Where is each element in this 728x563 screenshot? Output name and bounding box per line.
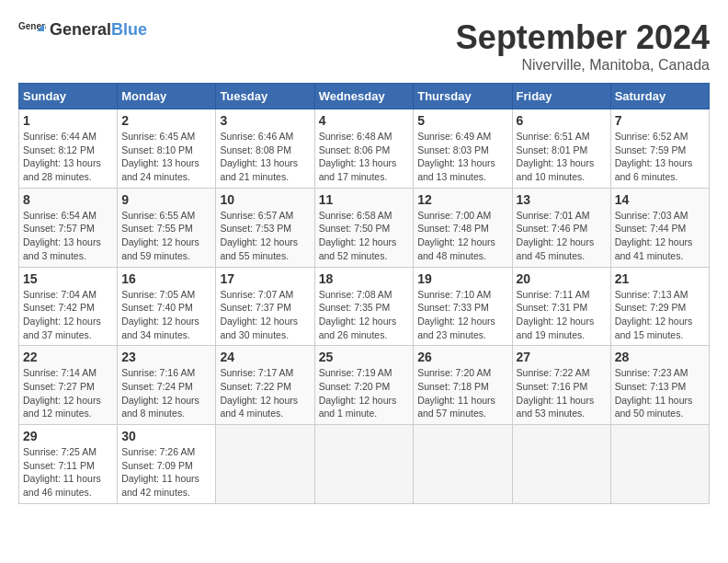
day-info: Sunrise: 7:25 AM Sunset: 7:11 PM Dayligh… xyxy=(23,445,113,500)
day-info: Sunrise: 6:46 AM Sunset: 8:08 PM Dayligh… xyxy=(220,130,310,184)
day-number: 13 xyxy=(517,192,607,207)
col-monday: Monday xyxy=(118,84,216,109)
day-number: 10 xyxy=(220,192,310,207)
day-info: Sunrise: 6:44 AM Sunset: 8:12 PM Dayligh… xyxy=(23,130,113,184)
calendar-cell xyxy=(216,425,314,504)
calendar-cell xyxy=(610,425,709,504)
calendar-cell: 24Sunrise: 7:17 AM Sunset: 7:22 PM Dayli… xyxy=(216,346,314,425)
calendar-cell: 27Sunrise: 7:22 AM Sunset: 7:16 PM Dayli… xyxy=(512,346,610,425)
col-friday: Friday xyxy=(512,84,610,109)
calendar-cell: 7Sunrise: 6:52 AM Sunset: 7:59 PM Daylig… xyxy=(610,109,709,189)
col-tuesday: Tuesday xyxy=(216,84,314,109)
calendar-cell xyxy=(314,425,414,504)
logo-blue: Blue xyxy=(111,20,147,39)
day-info: Sunrise: 7:17 AM Sunset: 7:22 PM Dayligh… xyxy=(220,366,310,420)
day-number: 8 xyxy=(23,192,113,207)
calendar-cell: 28Sunrise: 7:23 AM Sunset: 7:13 PM Dayli… xyxy=(610,346,709,425)
day-info: Sunrise: 6:55 AM Sunset: 7:55 PM Dayligh… xyxy=(121,209,211,263)
month-title: September 2024 xyxy=(456,18,710,57)
calendar-week-row: 15Sunrise: 7:04 AM Sunset: 7:42 PM Dayli… xyxy=(19,267,710,346)
calendar-week-row: 8Sunrise: 6:54 AM Sunset: 7:57 PM Daylig… xyxy=(19,188,710,267)
day-number: 4 xyxy=(319,113,410,128)
day-number: 1 xyxy=(23,113,113,128)
calendar-table: Sunday Monday Tuesday Wednesday Thursday… xyxy=(18,83,710,504)
day-number: 2 xyxy=(121,113,211,128)
calendar-cell: 1Sunrise: 6:44 AM Sunset: 8:12 PM Daylig… xyxy=(19,109,118,189)
day-number: 24 xyxy=(220,350,310,364)
day-info: Sunrise: 6:45 AM Sunset: 8:10 PM Dayligh… xyxy=(121,130,211,184)
day-number: 18 xyxy=(319,271,410,286)
calendar-cell: 4Sunrise: 6:48 AM Sunset: 8:06 PM Daylig… xyxy=(314,109,414,189)
col-saturday: Saturday xyxy=(610,84,709,109)
day-number: 27 xyxy=(517,350,607,364)
logo: General GeneralBlue xyxy=(18,18,147,40)
day-info: Sunrise: 7:05 AM Sunset: 7:40 PM Dayligh… xyxy=(121,288,211,342)
calendar-cell: 12Sunrise: 7:00 AM Sunset: 7:48 PM Dayli… xyxy=(414,188,512,267)
calendar-cell: 21Sunrise: 7:13 AM Sunset: 7:29 PM Dayli… xyxy=(610,267,709,346)
day-number: 17 xyxy=(220,271,310,286)
day-number: 25 xyxy=(319,350,410,364)
day-info: Sunrise: 6:51 AM Sunset: 8:01 PM Dayligh… xyxy=(517,130,607,184)
day-info: Sunrise: 6:58 AM Sunset: 7:50 PM Dayligh… xyxy=(319,209,410,263)
calendar-cell: 14Sunrise: 7:03 AM Sunset: 7:44 PM Dayli… xyxy=(610,188,709,267)
day-info: Sunrise: 7:26 AM Sunset: 7:09 PM Dayligh… xyxy=(121,445,211,500)
day-info: Sunrise: 6:48 AM Sunset: 8:06 PM Dayligh… xyxy=(319,130,410,184)
day-number: 15 xyxy=(23,271,113,286)
calendar-cell: 2Sunrise: 6:45 AM Sunset: 8:10 PM Daylig… xyxy=(118,109,216,189)
day-number: 29 xyxy=(23,429,113,443)
day-info: Sunrise: 7:04 AM Sunset: 7:42 PM Dayligh… xyxy=(23,288,113,342)
location-title: Niverville, Manitoba, Canada xyxy=(456,57,710,74)
calendar-week-row: 22Sunrise: 7:14 AM Sunset: 7:27 PM Dayli… xyxy=(19,346,710,425)
logo-general: General xyxy=(50,20,111,39)
day-info: Sunrise: 7:03 AM Sunset: 7:44 PM Dayligh… xyxy=(615,209,705,263)
day-info: Sunrise: 7:23 AM Sunset: 7:13 PM Dayligh… xyxy=(615,366,705,420)
day-info: Sunrise: 7:01 AM Sunset: 7:46 PM Dayligh… xyxy=(517,209,607,263)
calendar-cell: 25Sunrise: 7:19 AM Sunset: 7:20 PM Dayli… xyxy=(314,346,414,425)
day-number: 6 xyxy=(517,113,607,128)
day-number: 23 xyxy=(121,350,211,364)
day-info: Sunrise: 7:14 AM Sunset: 7:27 PM Dayligh… xyxy=(23,366,113,420)
title-area: September 2024 Niverville, Manitoba, Can… xyxy=(456,18,710,74)
calendar-cell xyxy=(414,425,512,504)
calendar-week-row: 29Sunrise: 7:25 AM Sunset: 7:11 PM Dayli… xyxy=(19,425,710,504)
col-thursday: Thursday xyxy=(414,84,512,109)
calendar-cell: 17Sunrise: 7:07 AM Sunset: 7:37 PM Dayli… xyxy=(216,267,314,346)
day-info: Sunrise: 6:57 AM Sunset: 7:53 PM Dayligh… xyxy=(220,209,310,263)
day-number: 3 xyxy=(220,113,310,128)
calendar-cell: 26Sunrise: 7:20 AM Sunset: 7:18 PM Dayli… xyxy=(414,346,512,425)
calendar-cell: 3Sunrise: 6:46 AM Sunset: 8:08 PM Daylig… xyxy=(216,109,314,189)
day-number: 28 xyxy=(615,350,705,364)
calendar-cell: 5Sunrise: 6:49 AM Sunset: 8:03 PM Daylig… xyxy=(414,109,512,189)
calendar-cell: 22Sunrise: 7:14 AM Sunset: 7:27 PM Dayli… xyxy=(19,346,118,425)
day-info: Sunrise: 7:10 AM Sunset: 7:33 PM Dayligh… xyxy=(417,288,507,342)
calendar-cell: 19Sunrise: 7:10 AM Sunset: 7:33 PM Dayli… xyxy=(414,267,512,346)
day-info: Sunrise: 7:16 AM Sunset: 7:24 PM Dayligh… xyxy=(121,366,211,420)
calendar-cell: 23Sunrise: 7:16 AM Sunset: 7:24 PM Dayli… xyxy=(118,346,216,425)
calendar-cell: 20Sunrise: 7:11 AM Sunset: 7:31 PM Dayli… xyxy=(512,267,610,346)
day-info: Sunrise: 7:08 AM Sunset: 7:35 PM Dayligh… xyxy=(319,288,410,342)
day-info: Sunrise: 6:49 AM Sunset: 8:03 PM Dayligh… xyxy=(417,130,507,184)
calendar-header-row: Sunday Monday Tuesday Wednesday Thursday… xyxy=(19,84,710,109)
day-number: 20 xyxy=(517,271,607,286)
day-number: 7 xyxy=(615,113,705,128)
day-number: 21 xyxy=(615,271,705,286)
day-info: Sunrise: 7:07 AM Sunset: 7:37 PM Dayligh… xyxy=(220,288,310,342)
day-number: 16 xyxy=(121,271,211,286)
calendar-cell xyxy=(512,425,610,504)
day-info: Sunrise: 7:22 AM Sunset: 7:16 PM Dayligh… xyxy=(517,366,607,420)
day-info: Sunrise: 6:52 AM Sunset: 7:59 PM Dayligh… xyxy=(615,130,705,184)
calendar-week-row: 1Sunrise: 6:44 AM Sunset: 8:12 PM Daylig… xyxy=(19,109,710,189)
col-wednesday: Wednesday xyxy=(314,84,414,109)
day-number: 9 xyxy=(121,192,211,207)
calendar-cell: 10Sunrise: 6:57 AM Sunset: 7:53 PM Dayli… xyxy=(216,188,314,267)
calendar-cell: 18Sunrise: 7:08 AM Sunset: 7:35 PM Dayli… xyxy=(314,267,414,346)
calendar-cell: 30Sunrise: 7:26 AM Sunset: 7:09 PM Dayli… xyxy=(118,425,216,504)
calendar-cell: 6Sunrise: 6:51 AM Sunset: 8:01 PM Daylig… xyxy=(512,109,610,189)
day-info: Sunrise: 7:20 AM Sunset: 7:18 PM Dayligh… xyxy=(417,366,507,420)
day-number: 5 xyxy=(417,113,507,128)
logo-icon: General xyxy=(18,18,46,40)
col-sunday: Sunday xyxy=(19,84,118,109)
calendar-cell: 8Sunrise: 6:54 AM Sunset: 7:57 PM Daylig… xyxy=(19,188,118,267)
day-number: 14 xyxy=(615,192,705,207)
calendar-cell: 13Sunrise: 7:01 AM Sunset: 7:46 PM Dayli… xyxy=(512,188,610,267)
